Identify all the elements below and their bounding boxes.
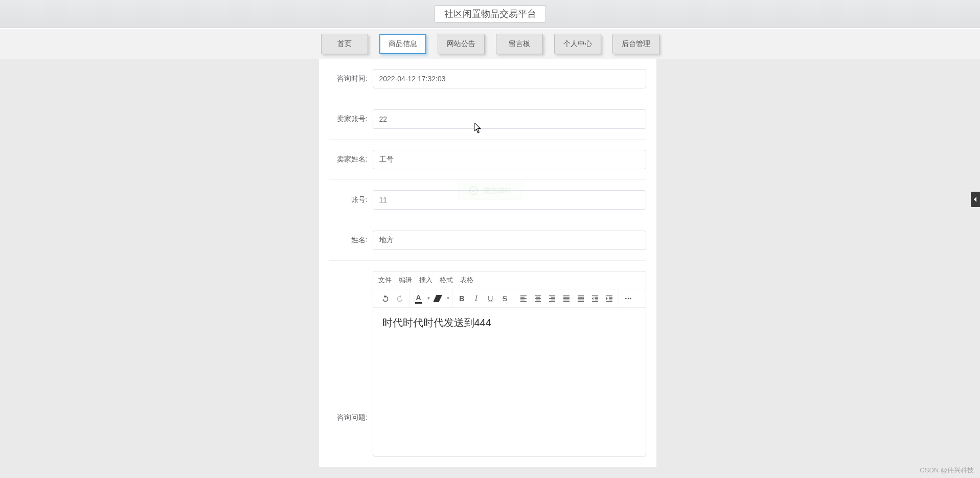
menu-file[interactable]: 文件 [378, 276, 392, 285]
row-consult-time: 咨询时间: [329, 59, 646, 99]
main-nav: 首页 商品信息 网站公告 留言板 个人中心 后台管理 [0, 28, 980, 59]
italic-icon[interactable]: I [469, 292, 483, 305]
highlight-button[interactable] [431, 292, 444, 305]
menu-edit[interactable]: 编辑 [399, 276, 412, 285]
label-seller-name: 卖家姓名: [329, 155, 368, 164]
strikethrough-icon[interactable]: S [498, 292, 511, 305]
nav-message-board[interactable]: 留言板 [496, 34, 543, 54]
success-toast: 提交成功 [458, 181, 522, 200]
nav-personal-center[interactable]: 个人中心 [554, 34, 601, 54]
header-bar: 社区闲置物品交易平台 [0, 0, 980, 28]
align-center-icon[interactable] [531, 292, 544, 305]
font-color-button[interactable]: A [412, 292, 425, 305]
row-consult-question: 咨询问题: 文件 编辑 插入 格式 表格 [329, 261, 646, 467]
chevron-down-icon[interactable]: ▼ [427, 296, 431, 301]
align-right-icon[interactable] [545, 292, 559, 305]
toast-text: 提交成功 [483, 186, 512, 195]
more-icon[interactable] [622, 292, 635, 305]
bold-icon[interactable]: B [455, 292, 468, 305]
side-drawer-toggle[interactable] [971, 192, 980, 207]
svg-point-1 [628, 298, 629, 299]
menu-format[interactable]: 格式 [440, 276, 453, 285]
align-justify-full-icon[interactable] [574, 292, 587, 305]
rich-editor: 文件 编辑 插入 格式 表格 [373, 271, 646, 457]
label-account: 账号: [329, 195, 368, 204]
input-seller-account[interactable] [373, 109, 646, 129]
menu-insert[interactable]: 插入 [419, 276, 432, 285]
row-seller-name: 卖家姓名: [329, 140, 646, 180]
watermark: CSDN @伟兴科技 [920, 466, 974, 475]
input-seller-name[interactable] [373, 150, 646, 169]
nav-announcement[interactable]: 网站公告 [438, 34, 485, 54]
nav-product-info[interactable]: 商品信息 [379, 34, 426, 54]
align-justify-icon[interactable] [560, 292, 573, 305]
chevron-down-icon[interactable]: ▼ [446, 296, 450, 301]
smile-icon [469, 186, 478, 195]
app-title: 社区闲置物品交易平台 [435, 5, 546, 22]
content-area: 咨询时间: 卖家账号: 卖家姓名: 账号: 姓名: 咨询问题: 文件 编辑 [0, 59, 980, 467]
input-name[interactable] [373, 231, 646, 250]
outdent-icon[interactable] [588, 292, 602, 305]
underline-icon[interactable]: U [484, 292, 497, 305]
label-seller-account: 卖家账号: [329, 115, 368, 124]
nav-home[interactable]: 首页 [321, 34, 368, 54]
row-seller-account: 卖家账号: [329, 99, 646, 140]
redo-icon[interactable] [393, 292, 406, 305]
editor-content[interactable]: 时代时代时代发送到444 [373, 308, 646, 456]
input-consult-time[interactable] [373, 69, 646, 88]
indent-icon[interactable] [603, 292, 616, 305]
editor-toolbar: A ▼ ▼ B I U S [373, 289, 646, 308]
row-name: 姓名: [329, 220, 646, 261]
nav-admin[interactable]: 后台管理 [612, 34, 659, 54]
form-card: 咨询时间: 卖家账号: 卖家姓名: 账号: 姓名: 咨询问题: 文件 编辑 [319, 59, 656, 467]
label-consult-question: 咨询问题: [329, 413, 368, 422]
undo-icon[interactable] [379, 292, 392, 305]
svg-point-0 [625, 298, 627, 299]
label-name: 姓名: [329, 236, 368, 245]
cursor-pointer-icon [474, 123, 482, 133]
align-left-icon[interactable] [517, 292, 530, 305]
editor-menubar: 文件 编辑 插入 格式 表格 [373, 271, 646, 289]
menu-table[interactable]: 表格 [460, 276, 473, 285]
label-consult-time: 咨询时间: [329, 74, 368, 83]
svg-point-2 [630, 298, 632, 299]
